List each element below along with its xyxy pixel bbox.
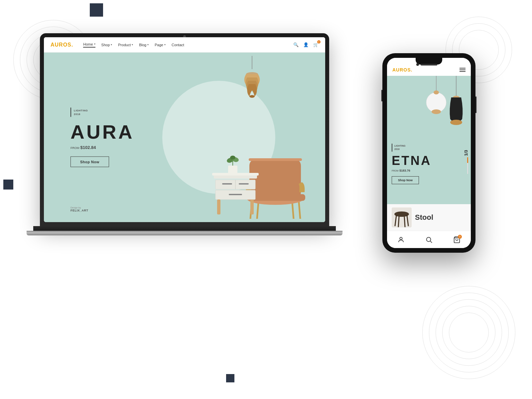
nav-link-home[interactable]: Home ▾ bbox=[83, 42, 95, 48]
laptop-hero-price: FROM $102.84 bbox=[70, 145, 134, 150]
phone-shop-now-button[interactable]: Shop Now bbox=[392, 176, 419, 184]
phone-section2-title: Stool bbox=[415, 213, 433, 222]
phone-tag-line bbox=[392, 144, 392, 152]
svg-rect-21 bbox=[228, 166, 237, 174]
side-table-icon bbox=[212, 156, 259, 215]
nav-link-shop[interactable]: Shop ▾ bbox=[101, 42, 112, 48]
svg-point-28 bbox=[434, 90, 439, 94]
phone-hero-price: FROM $183.76 bbox=[392, 169, 431, 172]
chevron-down-icon: ▾ bbox=[147, 43, 149, 46]
phone-speaker bbox=[421, 64, 437, 66]
phone-tag-text: LIGHTING 2018 bbox=[394, 144, 405, 151]
phone-volume-button bbox=[381, 90, 382, 101]
phone-stool-thumbnail bbox=[392, 207, 412, 227]
cart-icon[interactable]: 🛒 0 bbox=[313, 42, 319, 47]
svg-rect-19 bbox=[217, 200, 220, 214]
phone-cart-badge: 0 bbox=[458, 235, 462, 239]
chevron-down-icon: ▾ bbox=[94, 43, 95, 46]
laptop-body: AUROS. Home ▾ Shop ▾ Product bbox=[40, 33, 329, 226]
chevron-down-icon: ▾ bbox=[132, 43, 133, 46]
svg-rect-15 bbox=[222, 183, 232, 185]
svg-line-40 bbox=[430, 241, 432, 243]
svg-point-25 bbox=[230, 156, 235, 160]
phone-mockup: AUROS. bbox=[382, 53, 475, 253]
laptop-nav-links: Home ▾ Shop ▾ Product ▾ Blog bbox=[83, 42, 293, 48]
user-icon[interactable]: 👤 bbox=[303, 42, 309, 47]
laptop-shop-now-button[interactable]: Shop Now bbox=[70, 157, 109, 167]
laptop-mockup: AUROS. Home ▾ Shop ▾ Product bbox=[40, 33, 329, 259]
svg-point-32 bbox=[450, 120, 462, 125]
nav-link-contact[interactable]: Contact bbox=[172, 42, 184, 48]
phone-hero-content: LIGHTING 2018 ETNA FROM $183.76 Shop Now bbox=[392, 144, 431, 184]
chevron-down-icon: ▾ bbox=[111, 43, 112, 46]
svg-line-37 bbox=[404, 217, 405, 227]
phone-user-icon[interactable] bbox=[397, 236, 405, 243]
slide-progress-bar bbox=[467, 157, 468, 174]
phone-camera bbox=[416, 63, 419, 66]
laptop-hero-content: LIGHTING 2018 AURA FROM $102.84 Shop Now bbox=[70, 108, 134, 167]
phone-logo: AUROS. bbox=[392, 67, 412, 72]
phone-section2: Stool bbox=[387, 204, 471, 231]
hero-tag-line bbox=[70, 108, 71, 117]
phone-notch bbox=[416, 58, 442, 65]
svg-point-39 bbox=[427, 237, 431, 241]
search-icon[interactable]: 🔍 bbox=[293, 42, 299, 47]
cart-badge: 0 bbox=[317, 40, 321, 44]
pendant-lamp-icon bbox=[235, 56, 269, 109]
nav-link-page[interactable]: Page ▾ bbox=[155, 42, 166, 48]
phone-lamps-illustration bbox=[423, 76, 466, 142]
svg-rect-18 bbox=[229, 194, 242, 195]
svg-line-36 bbox=[398, 217, 399, 227]
hamburger-icon[interactable] bbox=[460, 68, 466, 72]
svg-line-34 bbox=[395, 215, 396, 226]
phone-screen: AUROS. bbox=[387, 58, 471, 248]
slide-numbers: 1/3 bbox=[464, 150, 468, 156]
nav-link-blog[interactable]: Blog ▾ bbox=[139, 42, 149, 48]
laptop-nav-icons: 🔍 👤 🛒 0 bbox=[293, 42, 319, 47]
laptop-hero: LIGHTING 2018 AURA FROM $102.84 Shop Now bbox=[44, 53, 325, 222]
laptop-designer-credit: Design by FELIX_ART bbox=[70, 206, 88, 212]
laptop-logo: AUROS. bbox=[51, 42, 73, 48]
laptop-hero-tag: LIGHTING 2018 bbox=[70, 108, 134, 117]
decor-circle-10 bbox=[449, 313, 489, 352]
svg-point-29 bbox=[432, 109, 441, 114]
phone-hero-section: 1/3 LIGHTING 201 bbox=[387, 76, 471, 204]
svg-point-2 bbox=[249, 95, 255, 98]
phone-power-button bbox=[475, 96, 476, 113]
laptop-hero-title: AURA bbox=[70, 122, 134, 142]
svg-point-38 bbox=[400, 237, 402, 239]
svg-rect-20 bbox=[250, 200, 254, 214]
scene: AUROS. Home ▾ Shop ▾ Product bbox=[0, 0, 532, 399]
chevron-down-icon: ▾ bbox=[164, 43, 166, 46]
slide-progress-fill bbox=[467, 157, 468, 163]
decor-square-2 bbox=[3, 180, 13, 190]
laptop-hinge bbox=[27, 231, 342, 235]
decor-square-1 bbox=[90, 3, 103, 17]
phone-hero-tag: LIGHTING 2018 bbox=[392, 144, 431, 152]
svg-rect-16 bbox=[239, 183, 249, 185]
phone-bottom-navbar: 0 bbox=[387, 231, 471, 248]
phone-search-icon[interactable] bbox=[425, 236, 433, 243]
phone-body: AUROS. bbox=[382, 53, 475, 253]
laptop-screen: AUROS. Home ▾ Shop ▾ Product bbox=[44, 37, 325, 222]
phone-cart-icon[interactable]: 0 bbox=[453, 236, 461, 243]
nav-link-product[interactable]: Product ▾ bbox=[118, 42, 133, 48]
svg-line-35 bbox=[407, 215, 408, 226]
hero-tag-text: LIGHTING 2018 bbox=[74, 108, 88, 116]
phone-hero-title: ETNA bbox=[392, 154, 431, 167]
laptop-navbar: AUROS. Home ▾ Shop ▾ Product bbox=[44, 37, 325, 53]
decor-square-3 bbox=[226, 374, 234, 382]
